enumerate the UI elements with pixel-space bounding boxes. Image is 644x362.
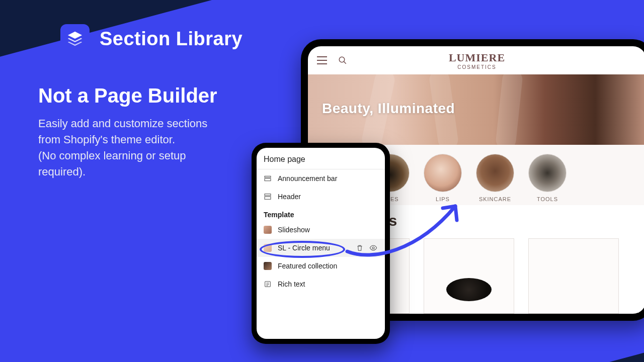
svg-point-6 — [372, 247, 374, 249]
brand-logo-lockup: Section Library — [60, 24, 243, 53]
layout-icon — [264, 193, 272, 201]
marketing-headline: Not a Page Builder — [38, 84, 217, 107]
store-hero-banner: Beauty, Illuminated — [308, 74, 644, 145]
layers-icon — [66, 30, 84, 47]
brand-product-name: Section Library — [100, 28, 243, 50]
editor-row-label: Announcement bar — [278, 174, 337, 183]
section-thumb-icon — [264, 244, 272, 252]
svg-line-1 — [344, 61, 346, 64]
editor-section-row-featured[interactable]: Featured collection — [257, 257, 385, 275]
brand-logo-mark — [60, 24, 90, 53]
svg-rect-2 — [265, 176, 271, 177]
editor-row-label: SL - Circle menu — [278, 244, 330, 252]
editor-panel-title: Home page — [257, 148, 385, 169]
circle-menu-label: TOOLS — [537, 196, 558, 202]
editor-row-label: Featured collection — [278, 262, 337, 270]
promo-slide: Section Library Not a Page Builder Easil… — [0, 0, 644, 362]
svg-point-0 — [339, 57, 345, 62]
circle-menu-thumb — [528, 154, 567, 192]
circle-menu-item[interactable]: LIPS — [424, 154, 462, 202]
marketing-body: Easily add and customize sections from S… — [38, 116, 224, 180]
editor-section-row-announcement[interactable]: Announcement bar — [257, 169, 385, 188]
editor-section-row-richtext[interactable]: Rich text — [257, 275, 385, 293]
editor-section-row-header[interactable]: Header — [257, 188, 385, 206]
editor-section-row-slideshow[interactable]: Slideshow — [257, 221, 385, 239]
theme-editor-panel: Home page Announcement bar Header Templa… — [257, 148, 385, 339]
store-hero-tagline: Beauty, Illuminated — [322, 101, 455, 117]
hamburger-icon[interactable] — [317, 56, 327, 64]
product-card[interactable] — [424, 238, 514, 314]
svg-rect-3 — [265, 178, 271, 181]
circle-menu-item[interactable]: SKINCARE — [476, 154, 514, 202]
eye-icon[interactable] — [369, 244, 378, 252]
editor-row-label: Header — [278, 193, 301, 201]
circle-menu-item[interactable]: TOOLS — [528, 154, 567, 202]
product-card[interactable] — [528, 238, 619, 314]
editor-row-label: Slideshow — [278, 226, 310, 234]
circle-menu-thumb — [424, 154, 462, 192]
trash-icon[interactable] — [356, 244, 364, 252]
svg-rect-5 — [265, 197, 271, 199]
store-topbar: LUMIERE COSMETICS — [308, 46, 644, 74]
text-icon — [264, 280, 272, 288]
layout-icon — [264, 174, 272, 183]
product-image — [446, 278, 492, 301]
store-brand: LUMIERE COSMETICS — [449, 51, 505, 70]
search-icon[interactable] — [338, 56, 347, 65]
circle-menu-label: SKINCARE — [479, 196, 511, 202]
editor-section-row-circle-menu[interactable]: SL - Circle menu — [257, 239, 385, 257]
editor-template-heading: Template — [257, 206, 385, 221]
editor-row-label: Rich text — [278, 280, 305, 288]
section-thumb-icon — [264, 262, 272, 270]
section-thumb-icon — [264, 226, 272, 234]
hero-decoration — [495, 74, 524, 145]
svg-rect-4 — [265, 194, 271, 196]
store-brand-sub: COSMETICS — [449, 64, 505, 70]
editor-device-frame: Home page Announcement bar Header Templa… — [252, 143, 390, 344]
circle-menu-thumb — [476, 154, 514, 192]
store-brand-name: LUMIERE — [449, 51, 505, 64]
circle-menu-label: LIPS — [436, 196, 450, 202]
